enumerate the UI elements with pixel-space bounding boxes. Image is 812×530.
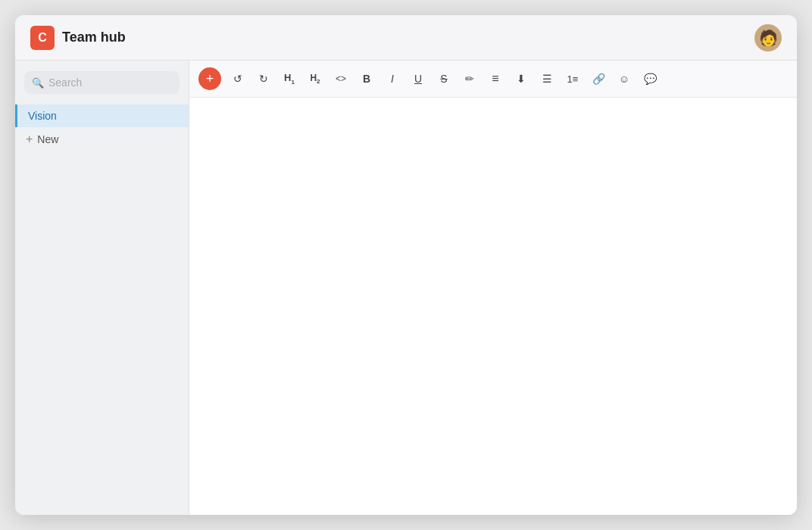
sidebar-item-new[interactable]: + New — [15, 127, 189, 151]
numbered-list-button[interactable]: 1≡ — [561, 67, 585, 91]
app-window: C Team hub 🧑 🔍 Search Vision + New — [15, 15, 797, 515]
strikethrough-button[interactable]: S — [432, 67, 456, 91]
undo-button[interactable]: ↺ — [226, 67, 250, 91]
h2-button[interactable]: H2 — [303, 67, 327, 91]
code-button[interactable]: <> — [329, 67, 353, 91]
underline-button[interactable]: U — [406, 67, 430, 91]
sidebar-item-vision[interactable]: Vision — [15, 104, 189, 127]
strikethrough-icon: S — [440, 73, 447, 85]
h2-icon: H2 — [310, 73, 320, 85]
italic-icon: I — [391, 73, 394, 85]
header: C Team hub 🧑 — [15, 15, 797, 61]
editor[interactable] — [189, 98, 797, 515]
content-area: + ↺ ↻ H1 H2 <> B — [189, 61, 797, 515]
h1-icon: H1 — [284, 72, 295, 86]
align-button[interactable]: ≡ — [483, 67, 508, 91]
comment-button[interactable]: 💬 — [638, 67, 662, 91]
comment-icon: 💬 — [644, 73, 657, 85]
numbered-list-icon: 1≡ — [567, 73, 579, 85]
bullet-list-button[interactable]: ☰ — [535, 67, 559, 91]
highlight-button[interactable]: ✏ — [458, 67, 482, 91]
italic-button[interactable]: I — [380, 67, 404, 91]
indent-icon: ⬇ — [517, 73, 526, 85]
toolbar: + ↺ ↻ H1 H2 <> B — [189, 61, 797, 98]
header-left: C Team hub — [30, 26, 126, 50]
bold-button[interactable]: B — [354, 67, 379, 91]
highlight-icon: ✏ — [465, 73, 474, 85]
link-icon: 🔗 — [592, 73, 605, 85]
redo-button[interactable]: ↻ — [251, 67, 276, 91]
add-button[interactable]: + — [198, 67, 221, 90]
avatar-image: 🧑 — [759, 29, 778, 47]
undo-icon: ↺ — [233, 73, 242, 85]
h1-button[interactable]: H1 — [277, 67, 301, 91]
search-bar[interactable]: 🔍 Search — [24, 71, 180, 94]
underline-icon: U — [414, 73, 422, 85]
logo-icon: C — [30, 26, 55, 50]
emoji-icon: ☺ — [619, 73, 629, 85]
bold-icon: B — [363, 73, 370, 85]
align-icon: ≡ — [492, 72, 498, 86]
main-body: 🔍 Search Vision + New + ↺ — [15, 61, 797, 515]
link-button[interactable]: 🔗 — [586, 67, 611, 91]
add-icon: + — [206, 71, 214, 87]
emoji-button[interactable]: ☺ — [612, 67, 636, 91]
search-icon: 🔍 — [32, 77, 44, 89]
avatar[interactable]: 🧑 — [754, 24, 782, 51]
bullet-list-icon: ☰ — [542, 73, 552, 85]
app-title: Team hub — [62, 30, 126, 45]
code-icon: <> — [336, 73, 346, 84]
indent-button[interactable]: ⬇ — [509, 67, 533, 91]
sidebar: 🔍 Search Vision + New — [15, 61, 189, 515]
search-placeholder: Search — [48, 76, 82, 89]
plus-icon: + — [26, 132, 33, 146]
redo-icon: ↻ — [259, 73, 268, 85]
